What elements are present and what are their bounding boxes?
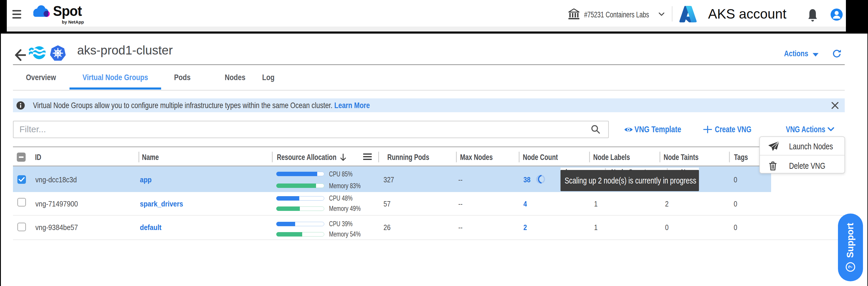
svg-text:?: ? bbox=[847, 265, 854, 269]
